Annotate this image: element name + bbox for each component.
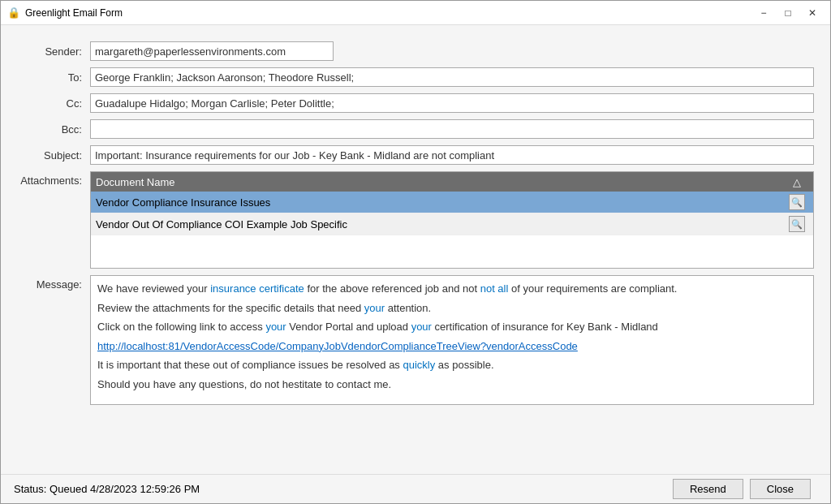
close-window-button[interactable]: ✕ xyxy=(801,4,824,22)
attachment-name-2: Vendor Out Of Compliance COI Example Job… xyxy=(96,218,786,230)
to-input[interactable] xyxy=(90,67,814,87)
main-window: 🔒 Greenlight Email Form − □ ✕ Sender: To… xyxy=(0,0,831,504)
status-value: Queued 4/28/2023 12:59:26 PM xyxy=(50,483,200,495)
message-insurance-link: insurance certificate xyxy=(210,282,304,295)
to-label: To: xyxy=(17,71,90,84)
cc-label: Cc: xyxy=(17,97,90,110)
status-text: Status: Queued 4/28/2023 12:59:26 PM xyxy=(14,483,673,495)
maximize-button[interactable]: □ xyxy=(777,4,799,22)
attachments-label: Attachments: xyxy=(17,171,90,187)
message-url-link[interactable]: http://localhost:81/VendorAccessCode/Com… xyxy=(97,340,578,352)
message-section: Message: We have reviewed your insurance… xyxy=(17,275,814,459)
message-line-4[interactable]: http://localhost:81/VendorAccessCode/Com… xyxy=(97,338,807,355)
attachments-table: Document Name △ Vendor Compliance Insura… xyxy=(90,171,814,269)
message-your-attention: your xyxy=(364,302,385,314)
message-line-6: Should you have any questions, do not he… xyxy=(97,377,807,393)
subject-input[interactable] xyxy=(90,145,814,165)
subject-row: Subject: xyxy=(17,145,814,165)
form-content: Sender: To: Cc: Bcc: Subject: Attachment… xyxy=(1,25,830,474)
status-bar: Status: Queued 4/28/2023 12:59:26 PM Res… xyxy=(1,474,830,503)
status-label: Status: xyxy=(14,483,46,495)
message-your-cert: your xyxy=(411,321,432,333)
app-icon: 🔒 xyxy=(7,6,20,19)
close-button[interactable]: Close xyxy=(750,479,811,499)
message-quickly: quickly xyxy=(403,359,435,371)
message-line-3: Click on the following link to access yo… xyxy=(97,319,807,335)
bcc-label: Bcc: xyxy=(17,123,90,136)
sender-label: Sender: xyxy=(17,45,90,58)
cc-input[interactable] xyxy=(90,93,814,113)
attachment-search-2[interactable]: 🔍 xyxy=(786,216,808,232)
subject-label: Subject: xyxy=(17,149,90,162)
cc-row: Cc: xyxy=(17,93,814,113)
attachments-section: Attachments: Document Name △ Vendor Comp… xyxy=(17,171,814,269)
minimize-button[interactable]: − xyxy=(752,4,775,22)
window-title: Greenlight Email Form xyxy=(25,7,752,19)
attachments-header: Document Name △ xyxy=(91,172,813,192)
window-controls: − □ ✕ xyxy=(752,4,824,22)
message-your-portal: your xyxy=(265,321,286,333)
attachments-empty-area xyxy=(91,235,813,268)
bottom-buttons: Resend Close xyxy=(673,479,811,499)
sender-row: Sender: xyxy=(17,41,814,61)
search-icon-2[interactable]: 🔍 xyxy=(789,216,805,232)
message-line-2: Review the attachments for the specific … xyxy=(97,300,807,317)
message-label: Message: xyxy=(17,275,90,291)
title-bar: 🔒 Greenlight Email Form − □ ✕ xyxy=(1,1,830,25)
attachment-search-1[interactable]: 🔍 xyxy=(786,194,808,210)
attachment-name-1: Vendor Compliance Insurance Issues xyxy=(96,196,786,209)
bcc-row: Bcc: xyxy=(17,119,814,139)
message-line-5: It is important that these out of compli… xyxy=(97,357,807,373)
message-box[interactable]: We have reviewed your insurance certific… xyxy=(90,275,814,405)
resend-button[interactable]: Resend xyxy=(673,479,743,499)
attachments-column-name: Document Name xyxy=(96,176,786,188)
attachment-row-2[interactable]: Vendor Out Of Compliance COI Example Job… xyxy=(91,213,813,235)
search-icon-1[interactable]: 🔍 xyxy=(789,194,805,210)
attachments-column-icon: △ xyxy=(786,176,808,188)
sender-input[interactable] xyxy=(90,41,334,61)
bcc-input[interactable] xyxy=(90,119,814,139)
message-line-1: We have reviewed your insurance certific… xyxy=(97,281,807,297)
attachment-row-1[interactable]: Vendor Compliance Insurance Issues 🔍 xyxy=(91,192,813,213)
to-row: To: xyxy=(17,67,814,87)
message-not-all: not all xyxy=(480,282,509,295)
